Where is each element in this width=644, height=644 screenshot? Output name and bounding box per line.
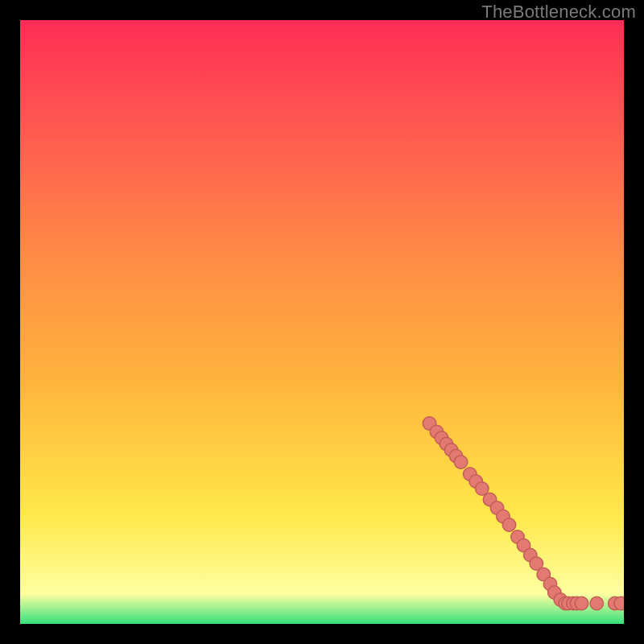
plot-background bbox=[20, 20, 624, 624]
watermark-text: TheBottleneck.com bbox=[481, 2, 636, 23]
chart-container: TheBottleneck.com bbox=[0, 0, 644, 644]
